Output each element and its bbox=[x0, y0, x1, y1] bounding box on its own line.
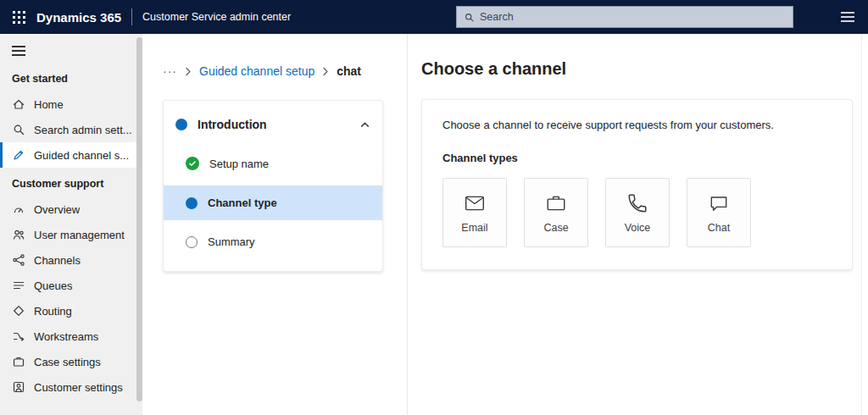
user-management-icon bbox=[12, 228, 25, 241]
breadcrumb-current: chat bbox=[337, 64, 361, 78]
sidebar-item-label: Customer settings bbox=[34, 381, 123, 394]
channel-tile-label: Chat bbox=[708, 222, 730, 234]
page-title: Choose a channel bbox=[421, 59, 853, 79]
channel-tile-label: Email bbox=[461, 222, 487, 234]
overview-icon bbox=[12, 202, 25, 216]
queues-icon bbox=[12, 279, 25, 292]
check-icon bbox=[186, 157, 199, 170]
sidebar-item-customer-settings[interactable]: Customer settings bbox=[0, 374, 142, 400]
channels-icon bbox=[12, 253, 25, 267]
hamburger-menu-icon[interactable] bbox=[841, 12, 854, 22]
breadcrumb-link[interactable]: Guided channel setup bbox=[199, 64, 314, 78]
sidebar-item-guided-channel-setup[interactable]: Guided channel s... bbox=[0, 142, 142, 168]
search-icon bbox=[464, 12, 475, 23]
sidebar-item-home[interactable]: Home bbox=[0, 91, 142, 117]
channel-tile-chat[interactable]: Chat bbox=[687, 178, 751, 247]
search-icon bbox=[12, 123, 25, 136]
customer-settings-icon bbox=[12, 380, 25, 394]
step-current-dot-icon bbox=[175, 119, 187, 130]
step-todo-circle-icon bbox=[186, 236, 198, 248]
briefcase-icon bbox=[545, 192, 567, 214]
topbar-search[interactable] bbox=[456, 6, 793, 28]
brand-link[interactable]: Dynamics 365 bbox=[36, 10, 121, 25]
channel-tile-case[interactable]: Case bbox=[524, 178, 588, 247]
channel-panel: Choose a channel to receive support requ… bbox=[421, 99, 853, 270]
sidebar-item-workstreams[interactable]: Workstreams bbox=[0, 324, 142, 349]
sidebar-item-label: Guided channel s... bbox=[34, 149, 129, 162]
sidebar-item-label: Workstreams bbox=[34, 330, 98, 343]
channel-tiles: Email Case Voice bbox=[442, 178, 832, 247]
chevron-up-icon[interactable] bbox=[359, 119, 370, 130]
sidebar-item-queues[interactable]: Queues bbox=[0, 273, 142, 298]
sidebar-section-customer-support: Customer support bbox=[0, 168, 142, 196]
topbar: Dynamics 365 Customer Service admin cent… bbox=[0, 0, 868, 34]
sidebar-item-label: Home bbox=[34, 98, 64, 111]
channel-tile-label: Case bbox=[543, 222, 568, 234]
main-content: ··· Guided channel setup chat Introducti… bbox=[142, 34, 868, 415]
breadcrumb-overflow[interactable]: ··· bbox=[163, 64, 177, 78]
chevron-right-icon bbox=[184, 67, 192, 76]
chat-bubble-icon bbox=[708, 192, 730, 214]
sidebar-item-label: Routing bbox=[34, 305, 72, 318]
phone-icon bbox=[626, 192, 648, 214]
app-launcher-icon[interactable] bbox=[12, 10, 26, 25]
breadcrumb: ··· Guided channel setup chat bbox=[163, 64, 407, 78]
wizard-steps-card: Introduction Setup name Channel type bbox=[163, 100, 383, 272]
step-channel-type[interactable]: Channel type bbox=[164, 185, 382, 220]
wizard-panel: ··· Guided channel setup chat Introducti… bbox=[142, 34, 407, 415]
sidebar-item-channels[interactable]: Channels bbox=[0, 247, 142, 273]
channel-tile-email[interactable]: Email bbox=[442, 178, 507, 247]
home-icon bbox=[12, 97, 25, 111]
guided-channel-setup-icon bbox=[12, 148, 25, 162]
sidebar-item-label: User management bbox=[34, 229, 125, 241]
wizard-section-introduction[interactable]: Introduction bbox=[164, 108, 382, 141]
email-icon bbox=[464, 192, 486, 214]
sidebar-item-routing[interactable]: Routing bbox=[0, 298, 142, 324]
sidebar-item-label: Case settings bbox=[34, 356, 101, 368]
step-setup-name[interactable]: Setup name bbox=[164, 146, 382, 181]
step-label: Setup name bbox=[209, 158, 269, 170]
chevron-right-icon bbox=[321, 67, 330, 76]
step-label: Channel type bbox=[208, 196, 277, 209]
channel-tile-label: Voice bbox=[625, 222, 651, 234]
search-input[interactable] bbox=[480, 11, 786, 23]
scrollbar-thumb[interactable] bbox=[136, 37, 142, 401]
wizard-section-label: Introduction bbox=[198, 118, 267, 131]
step-label: Summary bbox=[208, 235, 255, 248]
sidebar-item-label: Channels bbox=[34, 254, 81, 267]
routing-icon bbox=[12, 304, 25, 318]
sidebar-item-search-admin-settings[interactable]: Search admin sett... bbox=[0, 117, 142, 142]
app-title[interactable]: Customer Service admin center bbox=[142, 11, 291, 23]
sidebar-item-case-settings[interactable]: Case settings bbox=[0, 349, 142, 374]
sidebar-item-overview[interactable]: Overview bbox=[0, 196, 142, 222]
sidebar: Get started Home Search admin sett... Gu… bbox=[0, 34, 142, 415]
workstreams-icon bbox=[12, 329, 25, 343]
channel-tile-voice[interactable]: Voice bbox=[605, 178, 670, 247]
step-summary[interactable]: Summary bbox=[164, 224, 382, 259]
panel-description: Choose a channel to receive support requ… bbox=[442, 119, 832, 131]
step-current-dot-icon bbox=[186, 197, 198, 209]
sidebar-collapse-icon[interactable] bbox=[12, 46, 25, 56]
case-settings-icon bbox=[12, 355, 25, 368]
channel-types-label: Channel types bbox=[442, 152, 832, 164]
sidebar-item-label: Overview bbox=[34, 203, 80, 216]
channel-selection-pane: Choose a channel Choose a channel to rec… bbox=[407, 34, 868, 415]
topbar-divider bbox=[131, 8, 132, 25]
sidebar-section-get-started: Get started bbox=[0, 63, 142, 91]
sidebar-item-label: Search admin sett... bbox=[34, 124, 132, 136]
sidebar-scrollbar[interactable] bbox=[136, 37, 142, 415]
sidebar-item-label: Queues bbox=[34, 279, 73, 292]
sidebar-item-user-management[interactable]: User management bbox=[0, 222, 142, 247]
